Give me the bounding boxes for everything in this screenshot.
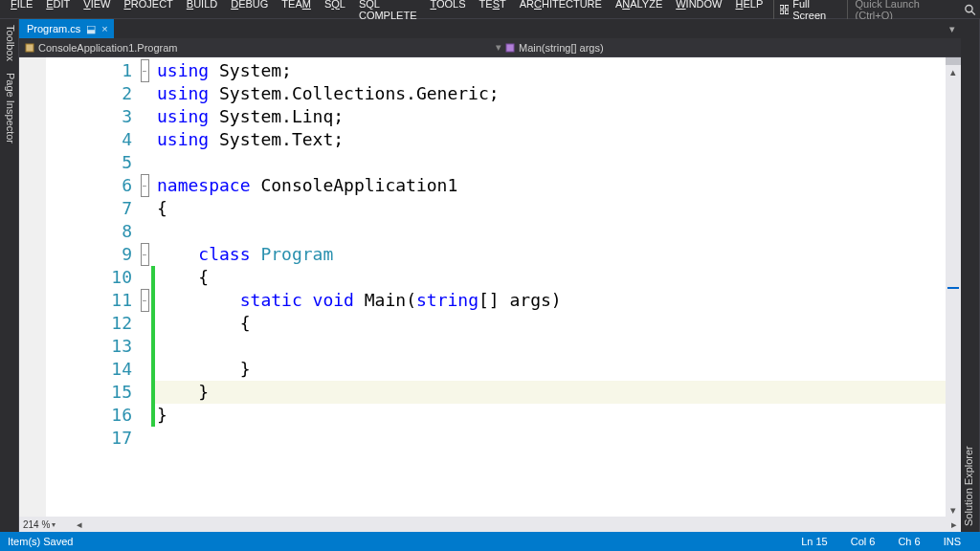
code-line[interactable]: using System.Linq; bbox=[155, 105, 946, 128]
scroll-down-icon[interactable]: ▾ bbox=[946, 503, 961, 517]
code-line[interactable] bbox=[155, 427, 946, 450]
line-number: 2 bbox=[46, 82, 132, 105]
document-tab-program-cs[interactable]: Program.cs ⬓ × bbox=[19, 19, 114, 38]
line-number: 12 bbox=[46, 312, 132, 335]
code-line[interactable]: static void Main(string[] args) bbox=[155, 289, 946, 312]
line-number: 13 bbox=[46, 335, 132, 358]
zoom-level-dropdown[interactable]: 214 % ▾ bbox=[19, 519, 73, 530]
svg-rect-3 bbox=[786, 10, 790, 13]
code-line[interactable]: namespace ConsoleApplication1 bbox=[155, 174, 946, 197]
line-number-gutter: 1234567891011121314151617 bbox=[46, 57, 138, 517]
scroll-right-icon[interactable]: ▸ bbox=[947, 517, 961, 532]
line-number: 17 bbox=[46, 427, 132, 450]
code-line[interactable]: class Program bbox=[155, 243, 946, 266]
document-tab-well: Program.cs ⬓ × ▾ bbox=[19, 19, 961, 38]
svg-point-4 bbox=[966, 5, 972, 11]
search-icon[interactable] bbox=[964, 3, 976, 16]
svg-rect-7 bbox=[506, 44, 514, 52]
svg-rect-0 bbox=[780, 5, 784, 9]
line-number: 3 bbox=[46, 105, 132, 128]
member-dropdown[interactable]: ▾ Main(string[] args) bbox=[490, 41, 961, 54]
code-line[interactable] bbox=[155, 335, 946, 358]
status-ch: Ch 6 bbox=[886, 536, 931, 547]
toolbox-tab[interactable]: Toolbox bbox=[2, 25, 16, 61]
line-number: 11 bbox=[46, 289, 132, 312]
page-inspector-tab[interactable]: Page Inspector bbox=[2, 73, 16, 143]
line-number: 8 bbox=[46, 220, 132, 243]
line-number: 5 bbox=[46, 151, 132, 174]
line-number: 15 bbox=[46, 381, 132, 404]
line-number: 7 bbox=[46, 197, 132, 220]
scroll-up-icon[interactable]: ▴ bbox=[946, 65, 961, 78]
code-line[interactable]: using System.Collections.Generic; bbox=[155, 82, 946, 105]
right-tool-tabs: Solution Explorer bbox=[961, 19, 980, 532]
code-line[interactable]: { bbox=[155, 312, 946, 335]
member-dropdown-label: Main(string[] args) bbox=[519, 42, 604, 54]
svg-line-5 bbox=[971, 11, 975, 14]
scroll-left-icon[interactable]: ◂ bbox=[73, 517, 86, 532]
code-line[interactable]: } bbox=[155, 404, 946, 427]
status-bar: Item(s) Saved Ln 15 Col 6 Ch 6 INS bbox=[0, 532, 980, 551]
svg-rect-1 bbox=[786, 5, 790, 9]
horizontal-scrollbar[interactable]: 214 % ▾ ◂ ▸ bbox=[19, 517, 961, 532]
collapse-toggle-icon[interactable]: − bbox=[141, 243, 149, 266]
code-line[interactable] bbox=[155, 220, 946, 243]
close-tab-icon[interactable]: × bbox=[101, 23, 107, 34]
document-tab-label: Program.cs bbox=[27, 23, 80, 34]
full-screen-label: Full Screen bbox=[792, 0, 840, 21]
line-number: 4 bbox=[46, 128, 132, 151]
pin-icon[interactable]: ⬓ bbox=[86, 23, 96, 35]
method-icon bbox=[505, 43, 515, 53]
outlining-margin[interactable]: −−−− bbox=[138, 57, 151, 517]
type-dropdown-label: ConsoleApplication1.Program bbox=[38, 42, 178, 54]
line-number: 16 bbox=[46, 404, 132, 427]
code-text[interactable]: using System;using System.Collections.Ge… bbox=[155, 57, 946, 517]
code-line[interactable]: { bbox=[155, 266, 946, 289]
menu-bar: FILEEDITVIEWPROJECTBUILDDEBUGTEAMSQLSQL … bbox=[0, 0, 980, 19]
status-ins[interactable]: INS bbox=[932, 536, 972, 547]
code-line[interactable]: using System.Text; bbox=[155, 128, 946, 151]
code-line[interactable]: using System; bbox=[155, 59, 946, 82]
type-dropdown[interactable]: ConsoleApplication1.Program bbox=[19, 42, 490, 54]
code-line[interactable]: } bbox=[155, 358, 946, 381]
code-editor[interactable]: 1234567891011121314151617 −−−− using Sys… bbox=[19, 57, 961, 517]
vertical-scrollbar[interactable]: ▴ ▾ bbox=[946, 57, 961, 517]
svg-rect-6 bbox=[26, 44, 33, 52]
line-number: 1 bbox=[46, 59, 132, 82]
line-number: 14 bbox=[46, 358, 132, 381]
full-screen-icon bbox=[780, 5, 789, 14]
code-line[interactable]: } bbox=[155, 381, 946, 404]
left-tool-tabs: Toolbox Page Inspector bbox=[0, 19, 19, 532]
navigation-bar: ConsoleApplication1.Program ▾ Main(strin… bbox=[19, 38, 961, 57]
collapse-toggle-icon[interactable]: − bbox=[141, 174, 149, 197]
code-line[interactable]: { bbox=[155, 197, 946, 220]
line-number: 10 bbox=[46, 266, 132, 289]
solution-explorer-tab[interactable]: Solution Explorer bbox=[963, 446, 977, 526]
tab-overflow-icon[interactable]: ▾ bbox=[949, 23, 955, 35]
status-line: Ln 15 bbox=[790, 536, 839, 547]
caret-position-marker bbox=[947, 287, 959, 289]
line-number: 9 bbox=[46, 243, 132, 266]
line-number: 6 bbox=[46, 174, 132, 197]
code-line[interactable] bbox=[155, 151, 946, 174]
svg-rect-2 bbox=[780, 10, 784, 13]
collapse-toggle-icon[interactable]: − bbox=[141, 59, 149, 82]
zoom-label: 214 % bbox=[23, 519, 50, 530]
class-icon bbox=[25, 43, 34, 53]
status-message: Item(s) Saved bbox=[8, 536, 790, 547]
collapse-toggle-icon[interactable]: − bbox=[141, 289, 149, 312]
split-handle[interactable] bbox=[946, 57, 961, 65]
status-col: Col 6 bbox=[839, 536, 887, 547]
